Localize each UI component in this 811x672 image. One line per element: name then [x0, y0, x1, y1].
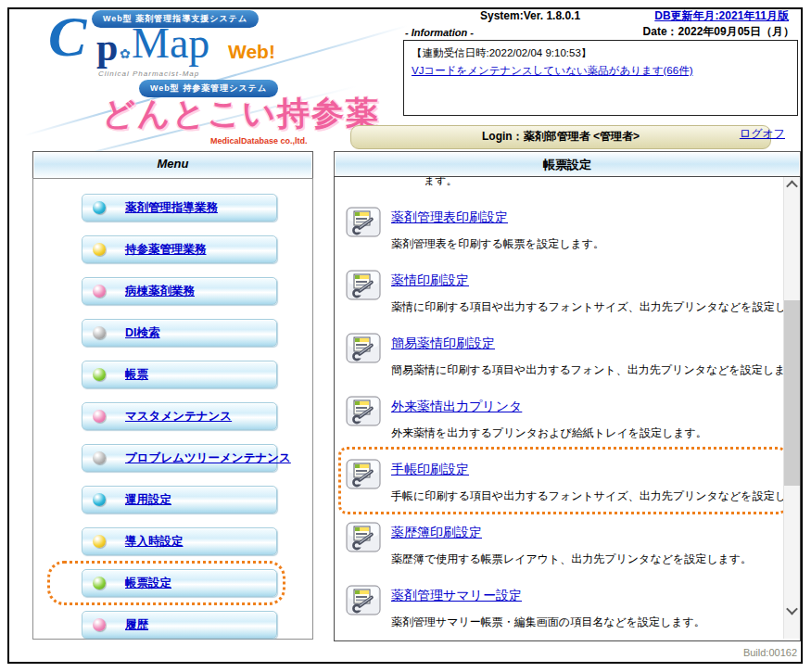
report-setting-text: 手帳印刷設定 手帳に印刷する項目や出力するフォントサイズ、出力先プリンタなどを設…: [391, 459, 801, 504]
scroll-down-icon[interactable]: [784, 602, 800, 618]
report-setting-link[interactable]: 薬情印刷設定: [391, 273, 469, 287]
report-setting-item: 手帳印刷設定 手帳に印刷する項目や出力するフォントサイズ、出力先プリンタなどを設…: [346, 459, 772, 522]
report-setting-item: 薬剤管理サマリー設定 薬剤管理サマリー帳票・編集画面の項目名などを設定します。: [346, 585, 772, 641]
report-setting-link[interactable]: 薬歴簿印刷設定: [391, 525, 482, 539]
bullet-icon: [93, 201, 106, 214]
report-setting-desc: 薬歴簿で使用する帳票レイアウト、出力先プリンタなどを設定します。: [391, 552, 752, 567]
report-setting-link[interactable]: 簡易薬情印刷設定: [391, 336, 495, 350]
bullet-icon: [93, 368, 106, 381]
report-settings-panel: ます。 薬剤管理表印刷設定 薬剤管理表を印刷する帳票を設定します。: [334, 176, 801, 641]
menu-item-link[interactable]: 履歴: [125, 617, 148, 633]
report-settings-list: 薬剤管理表印刷設定 薬剤管理表を印刷する帳票を設定します。 薬情印刷設定 薬情に…: [346, 207, 772, 641]
report-setting-desc: 手帳に印刷する項目や出力するフォントサイズ、出力先プリンタなどを設定します。: [391, 488, 801, 504]
report-setting-text: 薬歴簿印刷設定 薬歴簿で使用する帳票レイアウト、出力先プリンタなどを設定します。: [391, 522, 752, 567]
menu-item[interactable]: 帳票: [82, 361, 277, 388]
menu-item[interactable]: 帳票設定: [82, 569, 277, 597]
scrollbar[interactable]: [783, 177, 800, 639]
report-setting-item: 簡易薬情印刷設定 簡易薬情に印刷する項目や出力するフォント、出力先プリンタなどを…: [346, 333, 772, 396]
report-setting-text: 外来薬情出力プリンタ 外来薬情を出力するプリンタおよび給紙トレイを設定します。: [391, 396, 707, 441]
flower-icon: ✿: [120, 46, 131, 61]
report-setting-text: 薬剤管理表印刷設定 薬剤管理表を印刷する帳票を設定します。: [391, 207, 604, 252]
menu-item-link[interactable]: プロブレムツリーメンテナンス: [125, 450, 291, 466]
report-setting-desc: 簡易薬情に印刷する項目や出力するフォント、出力先プリンタなどを設定します。: [391, 362, 801, 378]
menu-item-link[interactable]: 持参薬管理業務: [125, 242, 207, 258]
report-setting-desc: 薬剤管理サマリー帳票・編集画面の項目名などを設定します。: [391, 615, 705, 630]
document-wrench-icon[interactable]: [346, 585, 381, 615]
menu-item-link[interactable]: 帳票: [125, 367, 148, 383]
menu-list: 薬剤管理指導業務 持参薬管理業務 病棟薬剤業務 DI検索 帳票 マスタメンテナン…: [82, 194, 277, 653]
logo-tagline: Clinical Pharmacist-Map: [98, 70, 199, 78]
menu-item[interactable]: マスタメンテナンス: [82, 402, 277, 430]
cpmap-web-app: { "logo": { "banner1": "Web型 薬剤管理指導支援システ…: [0, 0, 811, 672]
report-setting-text: 簡易薬情印刷設定 簡易薬情に印刷する項目や出力するフォント、出力先プリンタなどを…: [391, 333, 801, 378]
menu-item[interactable]: DI検索: [82, 319, 277, 347]
document-wrench-icon[interactable]: [346, 270, 381, 300]
bullet-icon: [93, 493, 106, 506]
company-name: MedicalDatabase co.,ltd.: [210, 136, 308, 146]
document-wrench-icon[interactable]: [346, 522, 381, 552]
menu-panel-title: Menu: [32, 151, 313, 180]
linked-receive-datetime: 【連動受信日時:2022/02/04 9:10:53】: [412, 46, 790, 60]
logo-word-map: Map: [132, 22, 209, 65]
logo-word-web: Web!: [228, 41, 275, 63]
document-wrench-icon[interactable]: [346, 459, 381, 489]
report-setting-item: 薬情印刷設定 薬情に印刷する項目や出力するフォントサイズ、出力先プリンタなどを設…: [346, 270, 772, 333]
information-title: - Information -: [405, 27, 474, 38]
menu-item[interactable]: 薬剤管理指導業務: [82, 194, 277, 222]
bullet-icon: [93, 535, 106, 548]
db-update-link[interactable]: DB更新年月:2021年11月版: [654, 8, 789, 24]
bullet-icon: [93, 410, 106, 423]
menu-item-link[interactable]: 病棟薬剤業務: [125, 284, 195, 299]
menu-item-link[interactable]: 帳票設定: [125, 576, 171, 591]
menu-item-link[interactable]: 薬剤管理指導業務: [125, 200, 218, 216]
menu-item[interactable]: 履歴: [82, 611, 277, 639]
menu-item[interactable]: 病棟薬剤業務: [82, 277, 277, 305]
clipped-scrolled-text: ます。: [424, 176, 458, 185]
logo-letter-c: C: [48, 7, 86, 65]
bullet-icon: [93, 577, 106, 590]
report-setting-link[interactable]: 手帳印刷設定: [391, 462, 469, 476]
menu-panel: 薬剤管理指導業務 持参薬管理業務 病棟薬剤業務 DI検索 帳票 マスタメンテナン…: [32, 178, 313, 640]
document-wrench-icon[interactable]: [346, 207, 381, 237]
bullet-icon: [93, 243, 106, 256]
scroll-up-icon[interactable]: [784, 177, 800, 193]
menu-item[interactable]: 持参薬管理業務: [82, 235, 277, 263]
report-setting-link[interactable]: 薬剤管理サマリー設定: [391, 588, 522, 602]
menu-item-link[interactable]: マスタメンテナンス: [125, 409, 232, 425]
yj-code-warning-link[interactable]: VJコードをメンテナンスしていない薬品があります(66件): [412, 65, 693, 76]
information-box: 【連動受信日時:2022/02/04 9:10:53】 VJコードをメンテナンス…: [403, 40, 798, 116]
report-setting-desc: 薬剤管理表を印刷する帳票を設定します。: [391, 236, 604, 252]
report-setting-desc: 外来薬情を出力するプリンタおよび給紙トレイを設定します。: [391, 425, 707, 441]
report-setting-text: 薬剤管理サマリー設定 薬剤管理サマリー帳票・編集画面の項目名などを設定します。: [391, 585, 705, 630]
logoff-link[interactable]: ログオフ: [740, 126, 785, 142]
build-number: Build:00162: [743, 647, 797, 658]
report-setting-item: 薬剤管理表印刷設定 薬剤管理表を印刷する帳票を設定します。: [346, 207, 772, 270]
scrollbar-thumb[interactable]: [784, 300, 800, 486]
menu-item-link[interactable]: 運用設定: [125, 492, 171, 508]
system-version: System:Ver. 1.8.0.1: [480, 9, 580, 22]
date-label: Date：2022年09月05日（月）: [643, 24, 794, 40]
logo-letter-p: p: [96, 28, 118, 67]
bullet-icon: [93, 618, 106, 631]
report-setting-link[interactable]: 薬剤管理表印刷設定: [391, 209, 508, 224]
report-setting-text: 薬情印刷設定 薬情に印刷する項目や出力するフォントサイズ、出力先プリンタなどを設…: [391, 270, 801, 315]
logo-banner-top: Web型 薬剤管理指導支援システム: [92, 10, 259, 28]
menu-item[interactable]: 導入時設定: [82, 527, 277, 555]
document-wrench-icon[interactable]: [346, 396, 381, 426]
report-setting-desc: 薬情に印刷する項目や出力するフォントサイズ、出力先プリンタなどを設定します。: [391, 299, 801, 315]
document-wrench-icon[interactable]: [346, 333, 381, 363]
menu-item-link[interactable]: DI検索: [125, 325, 160, 341]
login-status-bar: Login：薬剤部管理者 <管理者>: [350, 125, 771, 149]
bullet-icon: [93, 285, 106, 298]
bullet-icon: [93, 326, 106, 339]
product-name: どんとこい持参薬: [102, 92, 380, 135]
menu-item[interactable]: 運用設定: [82, 486, 277, 514]
report-setting-link[interactable]: 外来薬情出力プリンタ: [391, 399, 522, 413]
menu-item-link[interactable]: 導入時設定: [125, 534, 184, 550]
menu-item[interactable]: プロブレムツリーメンテナンス: [82, 444, 277, 472]
report-setting-item: 薬歴簿印刷設定 薬歴簿で使用する帳票レイアウト、出力先プリンタなどを設定します。: [346, 522, 772, 585]
bullet-icon: [93, 451, 106, 464]
